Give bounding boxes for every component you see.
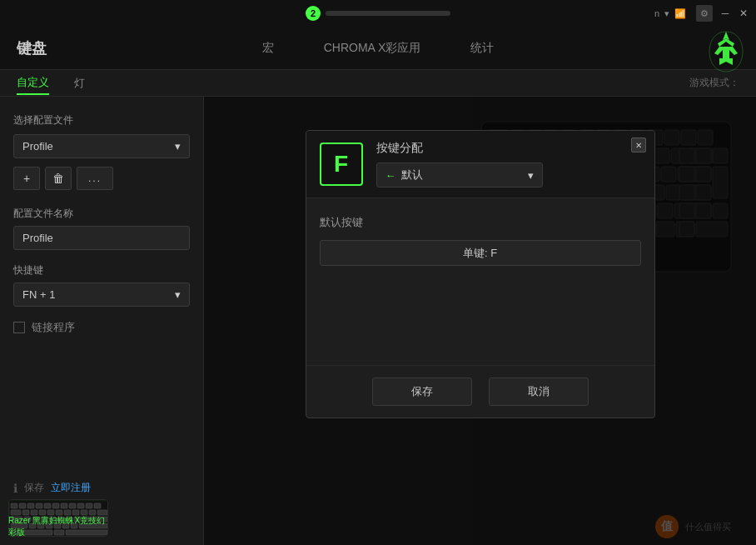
device-line2: 彩版 <box>8 527 105 538</box>
close-button[interactable]: ✕ <box>738 8 749 19</box>
shortcut-label: 快捷键 <box>13 263 190 278</box>
profile-name-input[interactable] <box>13 226 190 250</box>
tray-wifi: 📶 <box>674 8 686 19</box>
modal-footer: 保存 取消 <box>306 365 654 418</box>
title-bar-center: 2 <box>306 6 450 21</box>
save-text: 保存 <box>24 481 44 495</box>
top-nav: 键盘 宏 CHROMA X彩应用 统计 <box>0 27 756 70</box>
register-link[interactable]: 立即注册 <box>51 481 91 495</box>
nav-item-stats[interactable]: 统计 <box>470 38 494 59</box>
name-label: 配置文件名称 <box>13 207 190 221</box>
svg-rect-3 <box>27 503 34 508</box>
modal-overlay: ✕ F 按键分配 ← 默认 ▾ 默认按键 <box>204 97 756 545</box>
minimize-button[interactable]: ─ <box>719 8 731 19</box>
more-options-button[interactable]: ... <box>77 167 113 190</box>
cancel-button[interactable]: 取消 <box>489 378 589 406</box>
tray-volume: ▾ <box>664 8 669 19</box>
profile-actions: + 🗑 ... <box>13 167 190 190</box>
svg-rect-11 <box>94 503 101 508</box>
svg-rect-8 <box>69 503 76 508</box>
modal-header: ✕ F 按键分配 ← 默认 ▾ <box>306 131 654 198</box>
save-button[interactable]: 保存 <box>372 378 472 406</box>
profile-dropdown[interactable]: Profile ▾ <box>13 134 190 158</box>
dropdown-value: 默认 <box>401 168 423 182</box>
svg-rect-4 <box>36 503 42 508</box>
svg-rect-7 <box>61 503 67 508</box>
info-icon: ℹ <box>13 482 17 495</box>
window-controls: ⚙ ─ ✕ <box>696 5 749 22</box>
tray-icons: n ▾ 📶 <box>654 8 686 19</box>
dropdown-icon: ← <box>385 169 396 182</box>
sub-nav-customize[interactable]: 自定义 <box>17 72 49 95</box>
nav-item-macro[interactable]: 宏 <box>262 38 274 59</box>
dropdown-arrow: ▾ <box>175 140 181 152</box>
app-container: 键盘 宏 CHROMA X彩应用 统计 自定义 灯 游戏模式： 选择配置文件 P… <box>0 27 756 545</box>
profile-value: Profile <box>22 140 53 152</box>
modal-title: 按键分配 <box>376 141 641 156</box>
title-bar: 2 n ▾ 📶 ⚙ ─ ✕ <box>0 0 756 27</box>
title-progress <box>326 11 450 16</box>
svg-rect-9 <box>77 503 84 508</box>
sub-nav-lighting[interactable]: 灯 <box>74 72 85 94</box>
delete-profile-button[interactable]: 🗑 <box>45 167 72 190</box>
svg-rect-2 <box>19 503 26 508</box>
tray-network: n <box>654 8 659 18</box>
sub-nav: 自定义 灯 游戏模式： <box>0 70 756 97</box>
key-assignment-modal: ✕ F 按键分配 ← 默认 ▾ 默认按键 <box>306 130 655 418</box>
device-line1: Razer 黑寡妇蜘蛛X竞技幻 <box>8 515 105 527</box>
nav-items: 宏 CHROMA X彩应用 统计 <box>17 38 739 59</box>
svg-rect-5 <box>44 503 51 508</box>
profile-select-label: 选择配置文件 <box>13 113 190 128</box>
svg-rect-10 <box>86 503 92 508</box>
modal-close-button[interactable]: ✕ <box>631 138 646 152</box>
key-display: F <box>320 142 363 186</box>
add-profile-button[interactable]: + <box>13 167 40 190</box>
trash-icon: 🗑 <box>52 172 64 185</box>
notification-badge: 2 <box>306 6 321 21</box>
sidebar-footer: ℹ 保存 立即注册 <box>13 481 190 495</box>
link-program-label: 链接程序 <box>32 320 75 335</box>
svg-rect-6 <box>52 503 59 508</box>
modal-title-area: 按键分配 ← 默认 ▾ <box>376 141 641 188</box>
link-program-row: 链接程序 <box>13 320 190 335</box>
assignment-type-dropdown[interactable]: ← 默认 ▾ <box>376 162 543 188</box>
shortcut-arrow: ▾ <box>175 288 181 301</box>
dropdown-chevron: ▾ <box>528 169 534 182</box>
nav-item-chroma[interactable]: CHROMA X彩应用 <box>324 38 421 59</box>
modal-body: 默认按键 <box>306 198 654 365</box>
razer-logo <box>703 28 749 78</box>
device-info: Razer 黑寡妇蜘蛛X竞技幻 彩版 <box>8 515 105 538</box>
shortcut-value: FN + 1 <box>22 288 55 301</box>
main-content: ✕ F 按键分配 ← 默认 ▾ 默认按键 <box>204 97 756 545</box>
svg-rect-1 <box>11 503 17 508</box>
key-value-input[interactable] <box>320 240 641 266</box>
settings-icon[interactable]: ⚙ <box>696 5 713 22</box>
link-program-checkbox[interactable] <box>13 322 25 333</box>
default-key-label: 默认按键 <box>320 215 641 230</box>
shortcut-dropdown[interactable]: FN + 1 ▾ <box>13 282 190 307</box>
sidebar: 选择配置文件 Profile ▾ + 🗑 ... 配置文件名称 快捷键 FN +… <box>0 97 204 545</box>
